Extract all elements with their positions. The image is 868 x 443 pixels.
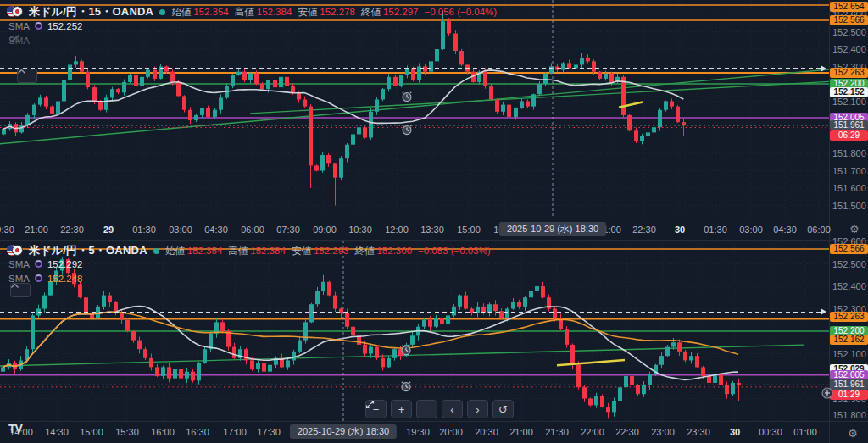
indicator-row-sma[interactable]: SMA <box>8 34 35 47</box>
scroll-left-button[interactable]: ‹ <box>442 400 463 418</box>
axis-border-h <box>0 240 868 241</box>
reset-view-button[interactable]: ↺ <box>492 400 514 418</box>
candle-body <box>231 75 235 86</box>
candle-body <box>31 315 35 349</box>
candle-body <box>120 313 124 320</box>
symbol-title[interactable]: 米ドル/円・5・OANDA <box>29 243 147 258</box>
axis-border-h <box>0 421 868 422</box>
candle-body <box>38 97 42 104</box>
candle-body <box>543 74 548 84</box>
candle-body <box>167 367 171 378</box>
ohlc-value: 152.297 <box>383 7 419 17</box>
candle-body <box>128 75 132 82</box>
market-status-dot <box>159 9 165 15</box>
price-badge-orange: 152.263 <box>830 68 868 78</box>
price-axis-label: 151.800 <box>832 148 868 158</box>
ohlc-label: 安値 <box>298 6 317 19</box>
price-badge-countdown: 06:29 <box>830 130 868 141</box>
candle-body <box>206 108 210 117</box>
ohlc-label: 始値 <box>165 245 185 257</box>
axis-settings-gear-icon[interactable]: ⚙ <box>849 223 860 235</box>
indicator-loading-icon <box>35 260 42 268</box>
candle-body <box>640 136 644 141</box>
indicator-row-sma[interactable]: SMA152.252 <box>8 19 83 32</box>
price-badge-current: 151.961 <box>830 120 868 130</box>
candle-body <box>182 96 186 109</box>
time-axis-label: 22:30 <box>632 224 656 235</box>
candle-body <box>42 296 47 309</box>
symbol-title[interactable]: 米ドル/円・15・OANDA <box>29 4 153 19</box>
time-axis-label: 07:30 <box>276 224 300 235</box>
candle-body <box>453 34 458 52</box>
candle-body <box>254 74 259 84</box>
price-axis-label: 151.800 <box>832 410 868 420</box>
ohlc-value: 152.293 <box>314 246 349 256</box>
time-axis-label: 21:00 <box>509 427 533 437</box>
ohlc-value: 152.384 <box>257 7 292 17</box>
candle-body <box>435 49 439 61</box>
time-axis-label: 04:30 <box>204 224 228 235</box>
scroll-right-button[interactable]: › <box>467 400 488 418</box>
candle-body <box>242 72 247 80</box>
tradingview-logo[interactable]: TV <box>8 422 22 435</box>
collapse-panel-button[interactable] <box>10 283 31 297</box>
candle-body <box>1 367 5 371</box>
line-end-arrow <box>821 308 826 315</box>
collapse-panel-button[interactable] <box>17 69 37 83</box>
candle-body <box>618 387 622 401</box>
candle-body <box>256 363 260 369</box>
candle-body <box>375 99 379 111</box>
candle-body <box>153 70 157 79</box>
price-axis-label: 152.100 <box>832 349 868 359</box>
candle-body <box>565 329 569 345</box>
candle-body <box>357 127 361 134</box>
zoom-in-button[interactable]: + <box>391 400 412 418</box>
ohlc-value: 152.300 <box>376 246 412 256</box>
candle-body <box>529 291 533 297</box>
axis-settings-gear-icon[interactable]: ⚙ <box>848 427 858 440</box>
candle-body <box>314 165 319 170</box>
ohlc-label: 安値 <box>292 245 311 257</box>
candle-body <box>501 105 505 112</box>
instrument-pair-logo <box>7 243 23 259</box>
candle-body <box>381 358 385 368</box>
candle-body <box>309 107 313 166</box>
candle-body <box>707 376 711 383</box>
candle-body <box>624 376 628 387</box>
time-axis-label: 29 <box>103 224 114 235</box>
candle-body <box>268 365 272 372</box>
crosshair-time-tooltip: 2025-10-29 (水) 18:30 <box>290 424 397 439</box>
time-axis-label: 03:00 <box>169 224 192 235</box>
time-axis-label: 15:00 <box>80 427 103 437</box>
candle-body <box>642 385 646 395</box>
trend-line <box>250 80 868 114</box>
candle-body <box>440 318 444 324</box>
candle-body <box>428 320 432 327</box>
time-axis-label: 22:30 <box>60 224 84 235</box>
price-axis-label: 152.500 <box>832 27 868 37</box>
line-end-arrow <box>821 65 826 72</box>
candle-body <box>327 282 331 296</box>
candle-body <box>326 155 331 163</box>
candle-body <box>244 349 248 360</box>
candle-body <box>173 369 177 379</box>
candle-body <box>665 347 670 357</box>
candle-body <box>2 129 6 134</box>
candle-body <box>320 155 325 170</box>
expand-button[interactable] <box>416 400 437 418</box>
time-axis-label: 23:00 <box>651 427 675 437</box>
candlestick-charts-canvas[interactable] <box>0 0 868 443</box>
time-axis-label: 01:30 <box>132 224 156 235</box>
candle-body <box>612 401 616 412</box>
candle-body <box>303 99 307 106</box>
change-value: −0.056 (−0.04%) <box>424 7 497 17</box>
candle-body <box>351 327 355 336</box>
candle-body <box>434 318 438 327</box>
candle-body <box>92 87 97 101</box>
candle-body <box>576 365 581 388</box>
candle-body <box>273 80 277 87</box>
candle-body <box>220 322 225 331</box>
time-axis-label: 00:30 <box>759 427 782 437</box>
indicator-row-sma[interactable]: SMA152.292 <box>8 257 83 270</box>
price-badge-white: 152.152 <box>830 87 868 97</box>
